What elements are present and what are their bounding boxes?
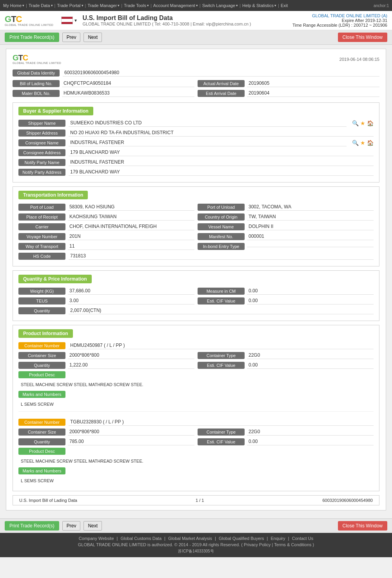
nav-arrow-5: ▾	[196, 4, 198, 7]
nav-my-home[interactable]: My Home ▾	[3, 3, 24, 8]
logo-area: GTC GLOBAL TRADE ONLINE LIMITED	[5, 15, 53, 26]
top-navigation: My Home ▾ | Trade Data ▾ | Trade Portal …	[0, 0, 392, 11]
nav-arrow-4: ▾	[147, 4, 149, 7]
place-receipt-label: Place of Receipt	[18, 213, 65, 221]
mater-bol-label: Mater BOL No.	[13, 90, 60, 97]
manifest-no-value: 000001	[247, 233, 374, 240]
container-1-desc-row: Product Desc	[18, 371, 374, 378]
shipper-name-row: Shipper Name SUMEEKO INDUSTRIES CO LTD 🔍…	[18, 119, 374, 127]
top-toolbar: Print Trade Record(s) Prev Next Close Th…	[0, 30, 392, 45]
prev-button-bottom[interactable]: Prev	[62, 521, 81, 531]
consignee-home-icon[interactable]: 🏠	[367, 140, 374, 146]
place-receipt-row: Place of Receipt KAOHSIUNG TAIWAN Countr…	[18, 213, 374, 221]
footer-right: 600320190606000454980	[323, 498, 373, 503]
footer-center: 1 / 1	[196, 498, 204, 503]
nav-arrow-7: ▾	[274, 4, 276, 7]
container-2-desc-text: STEEL MACHINE SCREW STEEL MATHREAD SCREW…	[18, 457, 374, 465]
consignee-address-label: Consignee Address	[18, 149, 65, 156]
nav-trade-data[interactable]: Trade Data ▾	[29, 3, 53, 8]
way-transport-value: 11	[68, 243, 194, 250]
container-1-cif-label: Esti. CIF Value	[198, 362, 245, 369]
nav-account-management[interactable]: Account Management ▾	[153, 3, 198, 8]
product-info-header: Product Information	[18, 329, 73, 338]
footer-link-enquiry[interactable]: Enquiry	[270, 536, 285, 541]
shipper-address-row: Shipper Address NO 20 HUAXI RD TA-FA IND…	[18, 129, 374, 137]
quantity-label: Quantity	[18, 307, 65, 314]
container-1-type-value: 22G0	[247, 352, 374, 359]
container-1-qty-label: Quantity	[18, 362, 65, 369]
bol-col: Bill of Lading No. CHQFCTPCA9050184	[13, 80, 194, 87]
container-1-cif-value: 0.00	[247, 361, 374, 369]
container-2-qty-row: Quantity 785.00 Esti. CIF Value 0.00	[18, 438, 374, 445]
nav-help-statistics[interactable]: Help & Statistics ▾	[242, 3, 276, 8]
shipper-name-label: Shipper Name	[18, 120, 65, 127]
footer-link-contact[interactable]: Contact Us	[292, 536, 313, 541]
consignee-name-label: Consignee Name	[18, 139, 65, 146]
container-2-qty-label: Quantity	[18, 438, 65, 445]
account-info: GLOBAL TRADE ONLINE LIMITED (A) Expire A…	[292, 13, 387, 27]
next-button-bottom[interactable]: Next	[83, 521, 102, 531]
nav-arrow-6: ▾	[236, 4, 238, 7]
footer-record-bar: U.S. Import Bill of Lading Data 1 / 1 60…	[13, 495, 379, 505]
mater-bol-col: Mater BOL No. HDMUKAWB0836533	[13, 89, 194, 97]
consignee-star-icon[interactable]: ★	[360, 140, 365, 146]
consignee-icons: 🔍 ★ 🏠	[352, 140, 374, 146]
voyage-number-label: Voyage Number	[18, 233, 65, 240]
actual-arrival-value: 20190605	[247, 80, 379, 87]
mater-bol-value: HDMUKAWB0836533	[62, 89, 194, 97]
footer-link-market[interactable]: Global Market Analysis	[168, 536, 212, 541]
container-2-cif-label: Esti. CIF Value	[198, 438, 245, 445]
nav-arrow-3: ▾	[118, 4, 120, 7]
way-transport-label: Way of Transport	[18, 243, 65, 250]
shipper-search-icon[interactable]: 🔍	[352, 120, 359, 126]
print-button-top[interactable]: Print Trade Record(s)	[5, 33, 59, 42]
footer-link-company[interactable]: Company Website	[79, 536, 114, 541]
page-subtitle: GLOBAL TRADE ONLINE LIMITED ( Tel: 400-7…	[82, 22, 292, 26]
container-2-size-row: Container Size 2000*806*800 Container Ty…	[18, 428, 374, 436]
container-1-size-row: Container Size 2000*806*800 Container Ty…	[18, 352, 374, 359]
print-button-bottom[interactable]: Print Trade Record(s)	[5, 521, 59, 531]
next-button-top[interactable]: Next	[83, 33, 102, 42]
nav-arrow-1: ▾	[51, 4, 53, 7]
consignee-address-value: 179 BLANCHARD WAY	[69, 149, 374, 156]
expire-date: Expire After 2019-12-31	[292, 18, 387, 23]
flag-selector[interactable]: ▾	[61, 16, 77, 24]
notify-party-name-row: Notify Party Name INDUSTRIAL FASTENER	[18, 159, 374, 166]
teus-row: TEUS 3.00 Esti. CIF Value 0.00	[18, 297, 374, 304]
footer-link-customs[interactable]: Global Customs Data	[121, 536, 162, 541]
carrier-label: Carrier	[18, 223, 65, 230]
shipper-name-value: SUMEEKO INDUSTRIES CO LTD	[69, 119, 347, 127]
shipper-icons: 🔍 ★ 🏠	[352, 120, 374, 126]
container-1-marks-text: L SEMS SCREW	[18, 400, 374, 408]
transportation-header: Transportation Information	[18, 191, 88, 199]
title-area: U.S. Import Bill of Lading Data GLOBAL T…	[82, 15, 292, 26]
container-2-qty-value: 785.00	[68, 438, 194, 445]
us-flag-icon	[61, 16, 73, 24]
nav-exit[interactable]: Exit	[281, 3, 288, 8]
consignee-search-icon[interactable]: 🔍	[352, 140, 359, 146]
close-button-top[interactable]: Close This Window	[338, 33, 387, 42]
gdi-row: Global Data Identity 6003201906060004549…	[13, 69, 379, 77]
nav-arrow-2: ▾	[82, 4, 83, 7]
weight-label: Weight (KG)	[18, 288, 65, 295]
container-2-marks-text: L SEMS SCREW	[18, 477, 374, 485]
inbond-entry-value	[247, 245, 374, 247]
quantity-row: Quantity 2,007.00(CTN)	[18, 307, 374, 314]
nav-trade-tools[interactable]: Trade Tools ▾	[124, 3, 149, 8]
footer-link-buyers[interactable]: Global Qualified Buyers	[219, 536, 264, 541]
consignee-name-row: Consignee Name INDUSTRIAL FASTENER 🔍 ★ 🏠	[18, 139, 374, 146]
shipper-star-icon[interactable]: ★	[360, 120, 365, 126]
nav-trade-portal[interactable]: Trade Portal ▾	[57, 3, 83, 8]
actual-arrival-col: Actual Arrival Date 20190605	[198, 80, 379, 87]
shipper-address-value: NO 20 HUAXI RD TA-FA INDUSTRIAL DISTRICT	[69, 129, 374, 137]
esti-arrival-label: Esti Arrival Date	[198, 90, 245, 97]
container-2-desc-row: Product Desc	[18, 448, 374, 455]
container-1-marks-row: Marks and Numbers	[18, 391, 374, 398]
nav-trade-manager[interactable]: Trade Manager ▾	[87, 3, 120, 8]
prev-button-top[interactable]: Prev	[62, 33, 81, 42]
close-button-bottom[interactable]: Close This Window	[338, 521, 387, 531]
shipper-home-icon[interactable]: 🏠	[367, 120, 374, 126]
card-header: GTC GLOBAL TRADE ONLINE LIMITED 2019-06-…	[13, 54, 379, 64]
flag-dropdown-arrow: ▾	[74, 18, 77, 23]
nav-switch-language[interactable]: Switch Language ▾	[202, 3, 238, 8]
